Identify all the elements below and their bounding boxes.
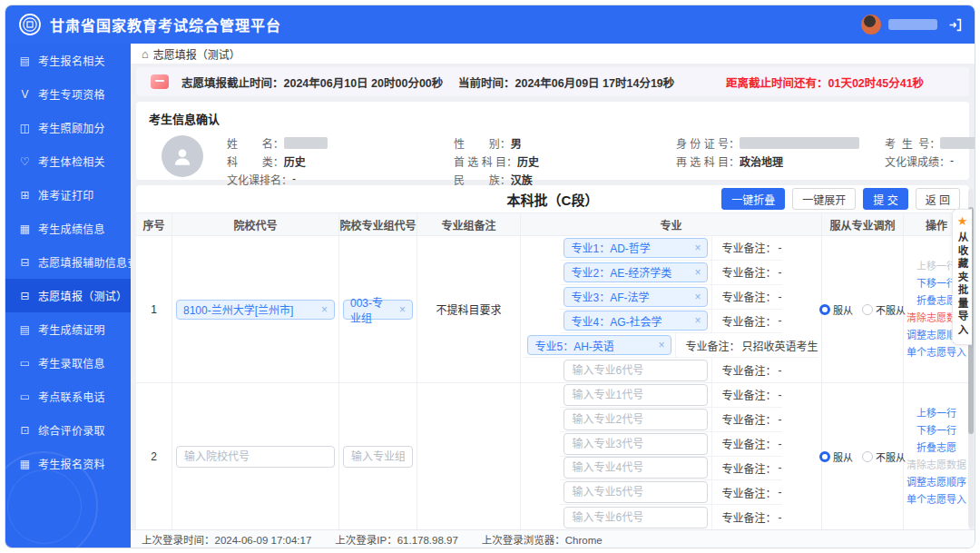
- user-name-masked: [888, 19, 937, 30]
- sidebar-item[interactable]: ▭考生录取信息: [5, 346, 131, 380]
- sidebar-item[interactable]: ▤考生成绩证明: [5, 312, 131, 346]
- sidebar-item-label: 准考证打印: [38, 187, 94, 202]
- table-body: 18100-兰州大学[兰州市]×003-专业组×不提科目要求专业1：AD-哲学×…: [136, 236, 969, 530]
- masked-value: [940, 137, 975, 149]
- action-link: 上移一行: [916, 258, 956, 275]
- field-label: 首 选 科 目：: [454, 153, 517, 169]
- major-line: 专业备注：-: [560, 408, 781, 432]
- close-icon[interactable]: ×: [694, 242, 701, 254]
- sidebar-item[interactable]: ▭考点联系电话: [5, 380, 131, 413]
- radio-selected[interactable]: [819, 304, 830, 315]
- major-input[interactable]: [564, 457, 708, 479]
- action-link[interactable]: 折叠志愿: [916, 439, 956, 457]
- action-link[interactable]: 折叠志愿: [916, 292, 956, 310]
- major-tag[interactable]: 专业3：AF-法学×: [564, 287, 708, 307]
- radio-label[interactable]: 不服从: [876, 449, 906, 464]
- student-field: 科 类：历史: [227, 152, 454, 170]
- major-line: 专业1：AD-哲学×专业备注：-: [560, 236, 781, 261]
- group-tag-label: 003-专业组: [350, 294, 394, 325]
- major-tag[interactable]: 专业4：AG-社会学×: [564, 311, 708, 331]
- sidebar-item[interactable]: ◫考生照顾加分: [5, 111, 131, 144]
- column-header: 专业: [521, 213, 822, 235]
- sidebar-item[interactable]: ♡考生体检相关: [5, 144, 131, 178]
- sidebar-item[interactable]: ⊟志愿填报辅助信息查询: [5, 245, 131, 279]
- major-input[interactable]: [564, 481, 708, 503]
- college-tag[interactable]: 8100-兰州大学[兰州市]×: [176, 300, 335, 320]
- toolbar-button[interactable]: 一键折叠: [721, 188, 785, 210]
- major-tag-label: 专业3：AF-法学: [571, 289, 649, 304]
- major-input[interactable]: [564, 384, 708, 406]
- sidebar-item-label: 考生体检相关: [38, 153, 105, 169]
- close-icon[interactable]: ×: [321, 303, 328, 316]
- user-avatar[interactable]: [861, 15, 881, 35]
- masked-value: [740, 137, 859, 149]
- radio-selected[interactable]: [819, 451, 830, 462]
- menu-icon: ▭: [18, 390, 32, 403]
- sidebar-item[interactable]: ⊞准考证打印: [5, 178, 131, 212]
- close-icon[interactable]: ×: [694, 291, 701, 303]
- major-input[interactable]: [564, 433, 708, 455]
- sidebar-item[interactable]: ⊟志愿填报（测试）: [5, 279, 131, 312]
- sidebar-item[interactable]: ⊡综合评价录取: [5, 413, 131, 447]
- sidebar-item-label: 考生报名相关: [38, 53, 105, 68]
- close-icon[interactable]: ×: [658, 339, 664, 351]
- action-link[interactable]: 单个志愿导入: [906, 344, 966, 361]
- column-header: 服从专业调剂: [822, 213, 904, 235]
- menu-icon: ◫: [18, 122, 32, 134]
- student-info-title: 考生信息确认: [149, 110, 956, 127]
- action-link[interactable]: 上移一行: [916, 405, 956, 422]
- major-tag[interactable]: 专业2：AE-经济学类×: [564, 262, 708, 282]
- major-tag-label: 专业2：AE-经济学类: [571, 264, 671, 280]
- toolbar-button[interactable]: 一键展开: [792, 188, 856, 210]
- close-icon[interactable]: ×: [694, 266, 701, 279]
- volunteer-table-card: 本科批（C段） 一键折叠一键展开提 交返 回 序号院校代号院校专业组代号专业组备…: [136, 185, 969, 548]
- action-link[interactable]: 调整志愿顺序: [906, 474, 966, 491]
- major-note: 专业备注：-: [712, 261, 781, 284]
- group-tag[interactable]: 003-专业组×: [343, 300, 413, 320]
- home-icon[interactable]: ⌂: [142, 47, 149, 61]
- sidebar-menu: ▤考生报名相关Ⅴ考生专项资格◫考生照顾加分♡考生体检相关⊞准考证打印▦考生成绩信…: [5, 44, 131, 480]
- toolbar-button[interactable]: 提 交: [863, 188, 907, 210]
- main-content: ⌂ 志愿填报（测试） 志愿填报截止时间：2024年06月10日 20时00分00…: [131, 44, 975, 548]
- student-field: 首 选 科 目：历史: [454, 152, 676, 170]
- radio-unselected[interactable]: [862, 304, 873, 315]
- student-fields: 姓 名：科 类：历史文化课排名：-性 别：男首 选 科 目：历史民 族：汉族身 …: [227, 133, 975, 188]
- masked-value: [284, 137, 328, 149]
- major-input[interactable]: [564, 507, 708, 528]
- radio-label[interactable]: 不服从: [876, 302, 906, 317]
- menu-icon: ⊟: [18, 290, 32, 302]
- major-input[interactable]: [564, 360, 708, 381]
- major-tag[interactable]: 专业5：AH-英语×: [527, 335, 671, 355]
- college-input[interactable]: [176, 446, 335, 468]
- radio-label[interactable]: 服从: [833, 449, 853, 464]
- sidebar-item[interactable]: ▤考生报名相关: [5, 44, 131, 77]
- major-note: 专业备注：-: [712, 480, 781, 504]
- major-line: 专业备注：-: [560, 505, 781, 529]
- row-index: 2: [136, 383, 172, 529]
- radio-label[interactable]: 服从: [833, 302, 853, 317]
- major-tag[interactable]: 专业1：AD-哲学×: [564, 238, 708, 258]
- major-tag-label: 专业1：AD-哲学: [571, 240, 650, 255]
- close-icon[interactable]: ×: [399, 303, 406, 316]
- radio-unselected[interactable]: [862, 451, 873, 462]
- student-field: 文化课成绩：-: [885, 152, 975, 170]
- major-line: 专业4：AG-社会学×专业备注：-: [560, 310, 781, 334]
- row-actions: 上移一行下移一行折叠志愿清除志愿数据调整志愿顺序单个志愿导入: [904, 383, 969, 529]
- action-link[interactable]: 单个志愿导入: [906, 491, 966, 509]
- logout-icon[interactable]: [948, 18, 962, 32]
- major-input[interactable]: [564, 409, 708, 430]
- breadcrumb-label[interactable]: 志愿填报（测试）: [153, 46, 240, 62]
- sidebar-item-label: 综合评价录取: [38, 422, 105, 438]
- group-input[interactable]: [343, 446, 413, 468]
- field-label: 再 选 科 目：: [676, 153, 740, 169]
- favorites-batch-import-tab[interactable]: ★ 从收藏夹批量导入: [952, 209, 972, 345]
- close-icon[interactable]: ×: [694, 314, 701, 327]
- sidebar-item[interactable]: Ⅴ考生专项资格: [5, 77, 131, 111]
- toolbar-button[interactable]: 返 回: [916, 188, 960, 210]
- major-note: 专业备注：-: [712, 310, 781, 333]
- column-header: 序号: [136, 213, 172, 235]
- sidebar-item[interactable]: ▦考生成绩信息: [5, 212, 131, 245]
- action-link[interactable]: 下移一行: [916, 275, 956, 292]
- action-link[interactable]: 下移一行: [916, 422, 956, 439]
- major-note: 专业备注：-: [712, 383, 781, 407]
